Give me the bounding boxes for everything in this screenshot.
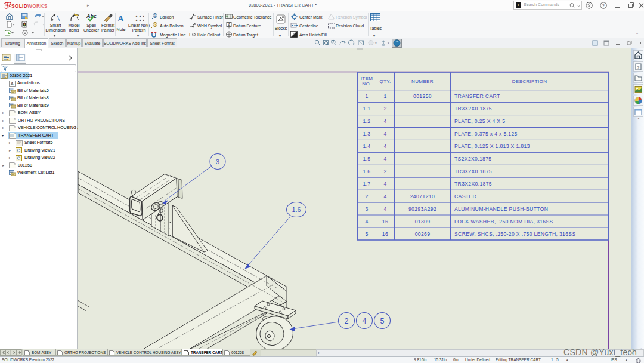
svg-text:4: 4	[363, 317, 367, 325]
svg-text:1.4: 1.4	[363, 143, 371, 149]
svg-text:A: A	[117, 14, 124, 23]
svg-text:?: ?	[602, 3, 605, 8]
svg-text:2: 2	[383, 106, 386, 112]
svg-text:A: A	[228, 23, 231, 27]
svg-text:1.7: 1.7	[363, 181, 371, 187]
svg-text:TRANSFER CART: TRANSFER CART	[454, 93, 500, 99]
svg-text:⌃: ⌃	[637, 118, 640, 122]
svg-text:QTY.: QTY.	[379, 79, 391, 84]
svg-text:1.5: 1.5	[363, 156, 371, 162]
svg-text:A: A	[11, 81, 14, 87]
svg-text:4: 4	[365, 219, 368, 224]
svg-text:5: 5	[365, 231, 368, 237]
svg-text:▾: ▾	[375, 41, 377, 45]
svg-text:PLATE, 0.375 x 4 x 5.125: PLATE, 0.375 x 4 x 5.125	[454, 131, 518, 137]
svg-text:DESCRIPTION: DESCRIPTION	[512, 79, 547, 84]
svg-text:2407T210: 2407T210	[410, 193, 435, 199]
svg-text:16: 16	[382, 219, 388, 224]
svg-text:1.6: 1.6	[292, 206, 301, 213]
svg-text:1.1: 1.1	[363, 106, 371, 112]
svg-text:1: 1	[383, 93, 386, 99]
svg-text:▲▲▲: ▲▲▲	[135, 14, 144, 18]
svg-text:TR3X2X0.1875: TR3X2X0.1875	[454, 106, 492, 112]
svg-text:1.6: 1.6	[363, 168, 371, 174]
svg-text:PLATE, 0.125 X 1.813 X 1.813: PLATE, 0.125 X 1.813 X 1.813	[454, 143, 530, 149]
svg-text:4: 4	[383, 143, 386, 149]
svg-text:1.2: 1.2	[363, 118, 371, 124]
svg-text:2: 2	[345, 317, 349, 325]
svg-text:NO.: NO.	[362, 81, 371, 87]
svg-text:3: 3	[365, 206, 368, 212]
svg-text:ALUMINUM-HANDLE PUSH-BUTTON: ALUMINUM-HANDLE PUSH-BUTTON	[454, 206, 548, 212]
svg-text:90293A292: 90293A292	[408, 206, 436, 212]
svg-text:00269: 00269	[415, 231, 431, 237]
svg-text:4: 4	[383, 156, 386, 162]
svg-text:NUMBER: NUMBER	[411, 79, 434, 84]
svg-text:16: 16	[382, 231, 388, 237]
svg-text:1: 1	[154, 14, 156, 17]
svg-text:▾: ▾	[388, 41, 389, 45]
svg-text:CASTER: CASTER	[454, 193, 476, 199]
svg-text:TS2X2X0.1875: TS2X2X0.1875	[454, 156, 492, 162]
svg-text:SOLIDWORKS: SOLIDWORKS	[11, 3, 48, 9]
svg-text:2: 2	[383, 168, 386, 174]
svg-text:5: 5	[380, 317, 385, 325]
svg-text:4: 4	[383, 181, 386, 187]
svg-text:▲▲▲: ▲▲▲	[135, 19, 144, 22]
svg-text:3: 3	[216, 158, 219, 165]
svg-text:PLATE, 0.25 X 4 X 5: PLATE, 0.25 X 4 X 5	[454, 118, 505, 124]
svg-text:001258: 001258	[413, 93, 432, 99]
svg-text:TR3X2X0.1875: TR3X2X0.1875	[454, 181, 492, 187]
svg-text:SCREW, SHCS, .250-20 X .750 LE: SCREW, SHCS, .250-20 X .750 LENGTH, 316S…	[454, 231, 576, 237]
svg-text:TR3X2X0.1875: TR3X2X0.1875	[454, 168, 492, 174]
svg-text:L: L	[189, 32, 192, 38]
svg-text:4: 4	[383, 206, 386, 212]
svg-text:1: 1	[365, 93, 368, 99]
svg-text:1.3: 1.3	[363, 131, 371, 137]
svg-text:4: 4	[383, 118, 386, 124]
svg-text:4: 4	[383, 131, 386, 137]
svg-text:2: 2	[365, 193, 368, 199]
svg-text:4: 4	[383, 193, 386, 199]
svg-text:ITEM: ITEM	[361, 76, 373, 81]
svg-text:?: ?	[637, 65, 640, 70]
svg-text:LOCK WASHER, .250 NOM DIA, 316: LOCK WASHER, .250 NOM DIA, 316SS	[454, 219, 553, 224]
svg-text:01309: 01309	[415, 219, 431, 224]
